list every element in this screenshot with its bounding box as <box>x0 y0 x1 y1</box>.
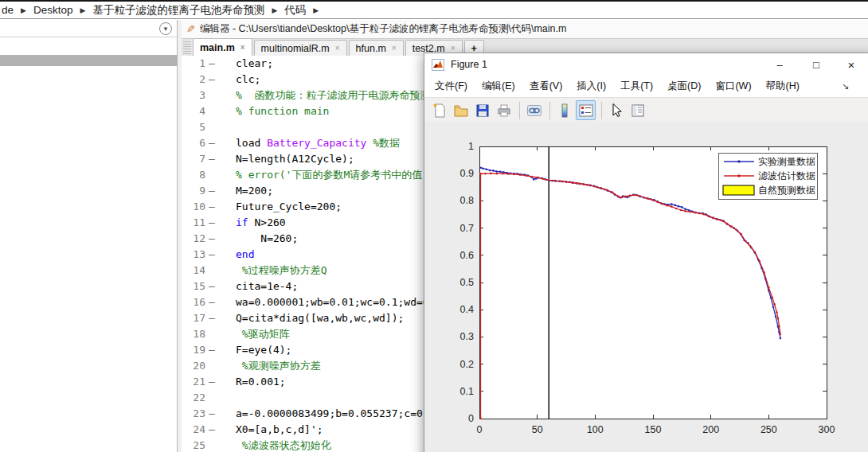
code-text: %观测噪声协方差 <box>218 358 321 374</box>
code-text: wa=0.000001;wb=0.01;wc=0.1;wd=0.0 <box>218 294 441 310</box>
line-number: 20 <box>182 358 205 374</box>
edit-plot-arrow-icon[interactable] <box>606 100 626 120</box>
print-icon[interactable] <box>494 100 514 120</box>
code-text: % 函数功能：粒子滤波用于电源寿命预测 <box>218 88 430 103</box>
plot-canvas[interactable]: 05010015020025030000.10.20.30.40.50.60.7… <box>424 122 868 452</box>
code-text: clear; <box>218 56 273 72</box>
new-document-icon[interactable] <box>429 100 449 120</box>
close-button[interactable]: × <box>839 53 864 76</box>
tab-close-icon[interactable]: × <box>240 43 245 52</box>
figure-titlebar[interactable]: Figure 1 – □ × <box>424 53 868 76</box>
menu-V[interactable]: 查看(V) <box>522 80 570 93</box>
menu-W[interactable]: 窗口(W) <box>708 80 758 93</box>
code-text: F=eye(4); <box>218 342 291 358</box>
svg-text:50: 50 <box>532 424 543 435</box>
code-text: Future_Cycle=200; <box>218 199 342 215</box>
exec-marker: – <box>205 135 218 151</box>
code-text: R=0.001; <box>218 374 286 390</box>
code-text: load Battery_Capacity %数据 <box>218 135 400 151</box>
svg-text:0: 0 <box>477 424 483 435</box>
breadcrumb-item[interactable]: 代码 <box>284 3 306 18</box>
svg-text:1: 1 <box>468 141 474 152</box>
exec-marker: – <box>205 72 218 88</box>
svg-text:150: 150 <box>645 424 662 435</box>
menu-E[interactable]: 编辑(E) <box>475 80 522 93</box>
figure-window: Figure 1 – □ × ↘ 文件(F)编辑(E)查看(V)插入(I)工具(… <box>424 53 868 452</box>
line-number: 4 <box>182 103 205 119</box>
tab-close-icon[interactable]: × <box>392 44 397 53</box>
selected-row[interactable] <box>0 55 177 66</box>
svg-text:300: 300 <box>819 424 835 435</box>
maximize-button[interactable]: □ <box>803 53 829 76</box>
tab-close-icon[interactable]: × <box>335 44 340 53</box>
editor-title: 编辑器 - C:\Users\tiande\Desktop\基于粒子滤波的锂离子… <box>200 22 566 36</box>
code-text: N=260; <box>218 231 298 247</box>
exec-marker <box>205 167 218 183</box>
figure-toolbar <box>424 97 868 123</box>
exec-marker <box>205 438 218 452</box>
breadcrumb-item[interactable]: de <box>2 4 14 16</box>
svg-text:250: 250 <box>760 424 777 435</box>
insert-colorbar-icon[interactable] <box>554 100 574 120</box>
line-number: 12 <box>182 231 205 247</box>
svg-text:0.3: 0.3 <box>460 331 474 342</box>
tab-bar-grip <box>183 41 191 56</box>
code-text: if N>260 <box>218 215 286 231</box>
legend-label: 实验测量数据 <box>758 156 815 167</box>
breadcrumb-separator-icon: ▶ <box>313 6 319 14</box>
breadcrumb-separator-icon: ▶ <box>21 6 26 14</box>
line-number: 8 <box>182 167 205 183</box>
editor-tab-main-m[interactable]: main.m× <box>193 38 252 56</box>
code-text: % error('下面的参数M请参考书中的值 <box>218 167 422 183</box>
line-number: 10 <box>182 199 205 215</box>
exec-marker: – <box>205 183 218 199</box>
exec-marker: – <box>205 279 218 294</box>
breadcrumb-item[interactable]: Desktop <box>33 4 73 16</box>
line-number: 9 <box>182 183 205 199</box>
editor-tab-hfun-m[interactable]: hfun.m× <box>349 40 404 56</box>
tab-close-icon[interactable]: × <box>451 44 456 53</box>
tab-label: multinomialR.m <box>261 43 330 54</box>
line-number: 18 <box>182 326 205 342</box>
menu-H[interactable]: 帮助(H) <box>759 80 807 93</box>
exec-marker: – <box>205 151 218 167</box>
link-plots-icon[interactable] <box>524 100 544 120</box>
svg-text:100: 100 <box>587 424 604 435</box>
menu-I[interactable]: 插入(I) <box>569 80 613 93</box>
exec-marker <box>205 390 218 406</box>
insert-legend-icon[interactable] <box>576 100 596 120</box>
breadcrumb-item[interactable]: 基于粒子滤波的锂离子电池寿命预测 <box>92 3 264 18</box>
menu-D[interactable]: 桌面(D) <box>660 80 708 93</box>
minimize-button[interactable]: – <box>767 53 792 76</box>
current-folder-header: ▼ <box>0 20 177 37</box>
exec-marker: – <box>205 199 218 215</box>
dock-figure-icon[interactable] <box>628 100 647 120</box>
figure-title: Figure 1 <box>451 59 487 70</box>
panel-actions-button[interactable]: ▼ <box>159 22 172 35</box>
open-folder-icon[interactable] <box>451 100 471 120</box>
breadcrumb: de▶Desktop▶基于粒子滤波的锂离子电池寿命预测▶代码▶ <box>0 0 868 19</box>
line-number: 15 <box>182 279 205 294</box>
line-number: 13 <box>182 247 205 263</box>
svg-text:0.1: 0.1 <box>460 386 474 397</box>
line-number: 21 <box>182 374 205 390</box>
editor-pencil-icon: ✎ <box>186 23 195 35</box>
code-text: end <box>218 247 254 263</box>
menu-overflow-icon[interactable]: ↘ <box>842 81 849 92</box>
svg-text:0.2: 0.2 <box>460 359 474 370</box>
chart: 05010015020025030000.10.20.30.40.50.60.7… <box>424 122 868 452</box>
menu-T[interactable]: 工具(T) <box>613 80 660 93</box>
editor-tab-multinomialR-m[interactable]: multinomialR.m× <box>254 40 347 56</box>
toolbar-separator <box>601 102 602 119</box>
code-text: X0=[a,b,c,d]'; <box>218 422 323 438</box>
menu-F[interactable]: 文件(F) <box>428 80 475 93</box>
tab-label: hfun.m <box>356 43 386 54</box>
line-number: 11 <box>182 215 205 231</box>
exec-marker: – <box>205 231 218 247</box>
code-text: cita=1e-4; <box>218 279 298 294</box>
exec-marker: – <box>205 294 218 310</box>
svg-text:0.5: 0.5 <box>460 277 474 288</box>
toolbar-separator <box>549 102 550 119</box>
save-icon[interactable] <box>472 100 492 120</box>
exec-marker <box>205 326 218 342</box>
